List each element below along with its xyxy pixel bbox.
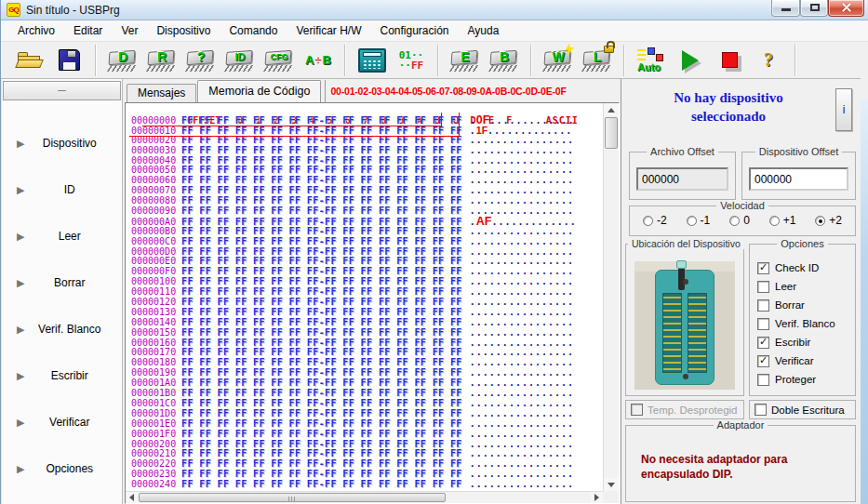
calculator-button[interactable] (354, 45, 390, 76)
sidebar-item-borrar[interactable]: ▶Borrar (1, 259, 122, 306)
menu-item-verificar-h-w[interactable]: Verificar H/W (287, 20, 370, 41)
maximize-button[interactable] (800, 0, 828, 17)
checkbox-check-id[interactable]: Check ID (757, 261, 819, 274)
menu-item-comando[interactable]: Comando (220, 20, 287, 41)
radio-minus1[interactable]: -1 (687, 214, 711, 227)
checkbox-icon (757, 337, 769, 349)
sidebar-item-opciones[interactable]: ▶Opciones (1, 445, 122, 492)
hex-offset: 000000C0 (131, 237, 181, 247)
hex-offset: 00000150 (131, 328, 181, 338)
device-write-button[interactable]: W (541, 45, 576, 76)
menu-item-dispositivo[interactable]: Dispositivo (147, 20, 220, 41)
sidebar-item-escribir[interactable]: ▶Escribir (1, 352, 122, 399)
scroll-up-button[interactable] (604, 103, 619, 116)
radio-minus2[interactable]: -2 (643, 214, 667, 227)
minimize-button[interactable] (771, 0, 800, 17)
device-lock-button[interactable]: L (580, 45, 615, 76)
radio-label: +2 (829, 214, 842, 227)
dispositivo-offset-field[interactable]: 000000 (749, 167, 848, 191)
run-button[interactable] (673, 45, 708, 76)
archivo-offset-field[interactable]: 000000 (636, 167, 728, 191)
hex-ascii: ................ (470, 347, 574, 357)
horizontal-scroll-thumb[interactable] (139, 493, 446, 502)
vertical-scroll-thumb[interactable] (605, 117, 618, 149)
hex-columns-note: 00-01-02-03-04-04-05-06-07-08-09-0A-0B-0… (325, 80, 566, 102)
chip-icon: L (581, 47, 614, 73)
device-config-button[interactable]: CFG (261, 45, 297, 76)
save-file-button[interactable] (51, 45, 87, 76)
calculator-icon (358, 48, 386, 73)
close-button[interactable] (828, 0, 864, 17)
sidebar-item-id[interactable]: ▶ID (1, 166, 122, 213)
hex-rows[interactable]: 00000000FF FF FF FF FF FF FF FF-FF FF FF… (126, 115, 602, 491)
lock-icon (604, 46, 614, 53)
radio-0[interactable]: 0 (729, 214, 750, 227)
radio-plus1[interactable]: +1 (769, 214, 796, 227)
checkbox-verificar[interactable]: Verificar (757, 354, 814, 367)
hex-bytes: FF FF FF FF FF FF FF FF-FF FF FF FF FF F… (181, 388, 462, 398)
hex-ascii: ................ (470, 175, 574, 185)
auto-program-button[interactable]: Auto (634, 45, 669, 76)
tab-memoria-de-c-digo[interactable]: Memoria de Código (197, 80, 321, 102)
hex-offset: 00000090 (131, 206, 181, 217)
checkbox-label: Leer (775, 281, 796, 292)
menu-item-archivo[interactable]: Archivo (8, 20, 64, 41)
radio-plus2[interactable]: +2 (815, 214, 842, 227)
scroll-left-button[interactable] (126, 492, 138, 503)
sidebar-item-label: ID (24, 183, 114, 196)
checkbox-proteger[interactable]: Proteger (757, 373, 816, 386)
hex-bytes: FF FF FF FF FF FF FF FF-FF FF FF FF FF F… (181, 236, 462, 246)
doble-escritura-checkbox[interactable]: Doble Escritura (749, 400, 856, 419)
menu-item-ver[interactable]: Ver (112, 20, 147, 41)
device-select-button[interactable]: D (105, 45, 140, 76)
device-blank-check-button[interactable]: B (487, 45, 522, 76)
hex-row[interactable]: 00000000FF FF FF FF FF FF FF FF-FF FF FF… (131, 115, 602, 126)
device-erase-button[interactable]: E (447, 45, 483, 76)
hex-bytes: FF FF FF FF FF FF FF FF-FF FF FF FF FF F… (181, 439, 462, 449)
open-file-button[interactable] (12, 45, 47, 76)
sidebar-item-dispositivo[interactable]: ▶Dispositivo (1, 120, 122, 166)
opciones-label: Opciones (750, 238, 855, 249)
checkbox-verif-blanco[interactable]: Verif. Blanco (757, 317, 835, 330)
sidebar-item-verificar[interactable]: ▶Verificar (1, 399, 122, 445)
horizontal-scrollbar[interactable] (126, 491, 603, 503)
menu-item-ayuda[interactable]: Ayuda (459, 20, 509, 41)
hex-row[interactable]: 00000090FF FF FF FF FF FF FF FF-FF FF FF… (131, 206, 602, 217)
hex-bytes: FF FF FF FF FF FF FF FF-FF FF FF FF FF F… (181, 469, 462, 479)
hex-offset: 000001E0 (131, 419, 181, 430)
radio-icon (643, 216, 653, 226)
radio-label: 0 (743, 214, 750, 227)
checkbox-escribir[interactable]: Escribir (757, 336, 810, 349)
sidebar-item-leer[interactable]: ▶Leer (1, 213, 122, 259)
info-button[interactable]: i (835, 88, 852, 131)
hex-bytes: FF FF FF FF FF FF FF FF-FF FF FF FF FF F… (181, 338, 462, 348)
sidebar-collapse-button[interactable]: ─ (3, 81, 121, 100)
checkbox-borrar[interactable]: Borrar (757, 298, 805, 312)
compare-buffers-button[interactable]: A÷B (300, 45, 336, 76)
device-read-button[interactable]: R (144, 45, 180, 76)
title-bar[interactable]: GQ Sin título - USBPrg (1, 0, 868, 20)
checkbox-leer[interactable]: Leer (757, 280, 796, 293)
scroll-down-button[interactable] (604, 478, 619, 491)
hex-row[interactable]: 00000240FF FF FF FF FF FF FF FF-FF FF FF… (131, 480, 602, 490)
sidebar-item-verif-blanco[interactable]: ▶Verif. Blanco (1, 306, 122, 352)
hex-ascii: ................ (470, 236, 574, 246)
menu-bar: ArchivoEditarVerDispositivoComandoVerifi… (1, 20, 868, 42)
vertical-scrollbar[interactable] (603, 103, 619, 491)
adaptador-message: No necesita adaptador para encapsulado D… (641, 452, 838, 482)
fill-buffer-button[interactable]: 01····FF (394, 45, 429, 76)
menu-item-configuraci-n[interactable]: Configuración (370, 20, 458, 41)
chip-icon: E (448, 47, 482, 73)
device-verify-button[interactable]: ? (183, 45, 219, 76)
device-id-button[interactable]: ID (222, 45, 258, 76)
menu-item-editar[interactable]: Editar (64, 20, 112, 41)
hex-bytes: FF FF FF FF FF FF FF FF-FF FF FF FF FF F… (181, 286, 462, 297)
arrow-right-icon: ▶ (17, 138, 24, 150)
hex-bytes: FF FF FF FF FF FF FF FF-FF FF FF FF FF F… (181, 347, 462, 357)
tab-mensajes[interactable]: Mensajes (127, 84, 196, 102)
auto-icon: Auto (637, 47, 665, 73)
help-button[interactable]: ? (751, 45, 786, 76)
scroll-right-button[interactable] (591, 492, 603, 503)
hex-ascii: ................ (470, 479, 574, 489)
stop-button[interactable] (712, 45, 747, 76)
